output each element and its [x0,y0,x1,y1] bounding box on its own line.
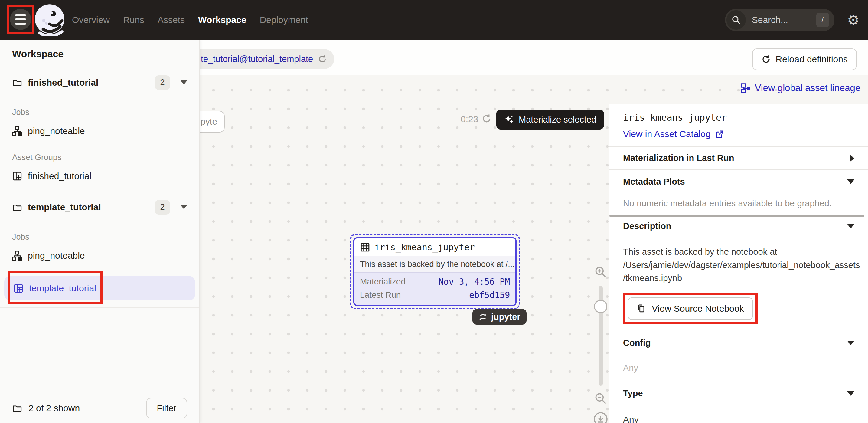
folder-icon [12,403,22,413]
jobs-section-label: Jobs [0,108,199,117]
asset-node-stats: Materialized Nov 3, 4:56 PM Latest Run e… [354,272,515,305]
asset-node-name: iris_kmeans_jupyter [374,242,475,252]
jobs-section-label: Jobs [0,232,199,242]
refresh-icon[interactable] [482,114,492,124]
zoom-slider-handle[interactable] [594,300,607,313]
graph-query-input[interactable]: pyte [200,111,225,132]
shown-count-label: 2 of 2 shown [28,403,140,413]
asset-node-card[interactable]: iris_kmeans_jupyter This asset is backed… [353,237,517,306]
view-in-asset-catalog-link[interactable]: View in Asset Catalog [623,129,724,139]
asset-node-description: This asset is backed by the notebook at … [354,256,515,272]
refresh-icon[interactable] [318,55,327,64]
nav-item-workspace[interactable]: Workspace [198,15,247,25]
chevron-down-icon[interactable] [181,81,187,84]
gear-icon[interactable]: ⚙ [847,13,860,27]
table-icon [360,242,370,252]
text-cursor [218,116,218,127]
nav-item-deployment[interactable]: Deployment [260,15,308,25]
zoom-toolbar [592,265,610,423]
workspace-sidebar: Workspace finished_tutorial 2 Jobs ping_… [0,40,200,423]
horizontal-scrollbar[interactable] [610,214,864,217]
sidebar-item-job-ping-noteable[interactable]: ping_noteable [0,121,199,141]
notebook-copy-icon [637,304,646,313]
section-description[interactable]: Description [610,217,868,235]
panel-asset-title: iris_kmeans_jupyter [623,112,855,123]
chevron-right-icon [850,155,855,162]
chevron-down-icon[interactable] [181,205,187,209]
chevron-down-icon [847,224,855,229]
search-shortcut-key: / [816,13,829,27]
definitions-tag-label: te_tutorial@tutorial_template [201,54,313,64]
repo-row-finished-tutorial[interactable]: finished_tutorial 2 [0,68,199,97]
definitions-tag[interactable]: te_tutorial@tutorial_template [187,49,334,69]
section-label: Config [623,338,651,348]
section-label: Materialization in Last Run [623,153,734,163]
materialized-label: Materialized [360,277,406,286]
section-type[interactable]: Type [610,383,868,404]
latest-run-label: Latest Run [360,290,401,300]
main-top-strip: te_tutorial@tutorial_template Reload def… [200,40,868,75]
graph-refresh-timer: 0:23 [461,114,478,124]
nav-item-assets[interactable]: Assets [158,15,185,25]
asset-group-icon [12,171,22,181]
materialize-selected-label: Materialize selected [519,115,596,125]
annotation-box-template-tutorial [8,271,102,304]
nav-item-runs[interactable]: Runs [123,15,144,25]
section-metadata-plots[interactable]: Metadata Plots [610,171,868,192]
section-config[interactable]: Config [610,333,868,353]
nav-item-overview[interactable]: Overview [72,15,110,25]
type-value: Any [610,404,868,423]
download-view-icon[interactable] [593,412,608,423]
hamburger-menu-button[interactable] [10,9,31,30]
view-source-notebook-label: View Source Notebook [652,303,744,314]
chevron-down-icon [847,391,855,396]
job-icon [12,250,22,261]
view-global-asset-lineage-label: View global asset lineage [755,83,861,93]
latest-run-value[interactable]: ebf5d159 [469,290,510,300]
zoom-slider[interactable] [598,286,603,386]
sidebar-title: Workspace [0,40,199,68]
repo-row-template-tutorial[interactable]: template_tutorial 2 [0,193,199,221]
reload-definitions-button[interactable]: Reload definitions [752,49,857,70]
lineage-icon [740,83,751,93]
search-input[interactable]: Search... / [725,9,834,31]
sidebar-footer: 2 of 2 shown Filter [0,393,199,423]
jupyter-logo-icon [478,312,488,321]
jupyter-kind-tag[interactable]: jupyter [472,309,527,325]
view-source-notebook-button[interactable]: View Source Notebook [627,297,753,320]
asset-details-panel: iris_kmeans_jupyter View in Asset Catalo… [609,104,868,423]
description-body: This asset is backed by the notebook at … [610,235,868,324]
chevron-down-icon [847,179,855,184]
top-nav: Overview Runs Assets Workspace Deploymen… [0,0,868,40]
job-name: ping_noteable [28,250,85,261]
annotation-box-view-source: View Source Notebook [623,293,757,324]
metadata-empty-message: No numeric metadata entries available to… [610,192,868,214]
zoom-in-icon[interactable] [594,265,607,279]
materialized-value[interactable]: Nov 3, 4:56 PM [438,277,510,287]
filter-button[interactable]: Filter [146,398,187,419]
sidebar-item-job-ping-noteable[interactable]: ping_noteable [0,246,199,265]
description-text: This asset is backed by the notebook at … [623,245,862,285]
asset-node-selected[interactable]: iris_kmeans_jupyter This asset is backed… [350,234,520,309]
nav-right: Search... / ⚙ [725,0,860,40]
asset-groups-section-label: Asset Groups [0,153,199,162]
repo-count-badge: 2 [155,75,170,90]
section-label: Description [623,221,672,231]
section-label: Metadata Plots [623,177,685,187]
annotation-box-hamburger [7,4,34,34]
folder-icon [12,78,22,88]
view-global-asset-lineage-link[interactable]: View global asset lineage [740,83,861,93]
zoom-out-icon[interactable] [594,392,607,405]
materialized-row: Materialized Nov 3, 4:56 PM [360,275,510,289]
job-icon [12,126,22,136]
sidebar-item-group-finished-tutorial[interactable]: finished_tutorial [0,167,199,193]
refresh-icon [761,55,771,64]
folder-icon [12,202,22,212]
repo-count-badge: 2 [155,200,170,214]
sparkle-icon [504,115,514,124]
materialize-selected-button[interactable]: Materialize selected [496,110,604,129]
dagster-logo [33,4,66,36]
section-materialization-in-last-run[interactable]: Materialization in Last Run [610,146,868,170]
job-name: ping_noteable [28,126,85,136]
search-icon [726,10,746,30]
